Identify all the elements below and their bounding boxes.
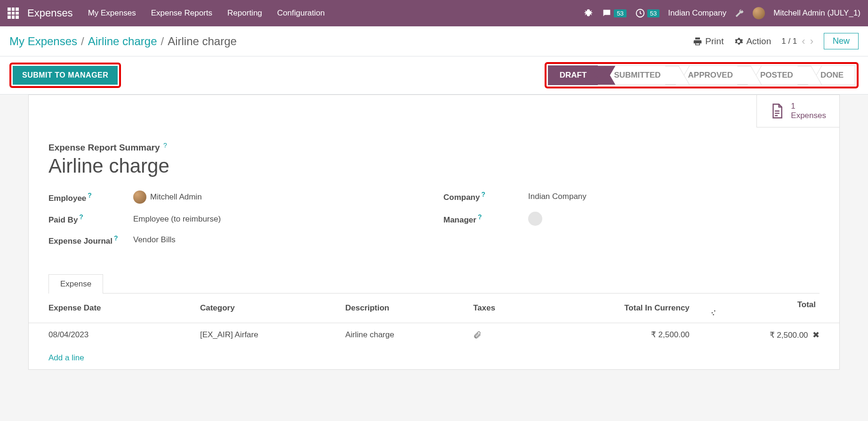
th-category[interactable]: Category — [200, 294, 346, 323]
help-icon[interactable]: ? — [163, 142, 167, 149]
pager-prev[interactable]: ‹ — [802, 35, 805, 48]
stat-text: 1 Expenses — [791, 102, 826, 120]
activities-icon[interactable]: 53 — [635, 8, 659, 18]
highlight-status: DRAFT SUBMITTED APPROVED POSTED DONE — [545, 62, 859, 88]
form-col-right: Company? Indian Company Manager? — [443, 191, 820, 255]
wrench-icon[interactable] — [735, 8, 744, 18]
pager-next[interactable]: › — [810, 35, 813, 48]
summary-label-row: Expense Report Summary ? — [48, 142, 820, 153]
submit-to-manager-button[interactable]: SUBMIT TO MANAGER — [13, 66, 118, 85]
cell-taxes[interactable] — [473, 323, 551, 347]
brand-title[interactable]: Expenses — [27, 7, 73, 19]
help-icon[interactable]: ? — [478, 213, 482, 221]
navbar: Expenses My Expenses Expense Reports Rep… — [0, 0, 868, 26]
th-total-currency[interactable]: Total In Currency — [551, 294, 709, 323]
messages-badge: 53 — [614, 9, 626, 17]
status-draft[interactable]: DRAFT — [548, 65, 598, 85]
row-manager: Manager? — [443, 212, 820, 226]
bug-icon[interactable] — [584, 8, 593, 18]
breadcrumb-mid[interactable]: Airline charge — [88, 35, 157, 48]
breadcrumb: My Expenses / Airline charge / Airline c… — [9, 35, 237, 48]
control-right: Print Action 1 / 1 ‹ › New — [693, 33, 859, 49]
label-journal: Expense Journal? — [48, 234, 133, 246]
value-manager[interactable] — [528, 212, 542, 226]
pager-text: 1 / 1 — [781, 37, 797, 46]
table-header-row: Expense Date Category Description Taxes … — [29, 294, 839, 323]
th-total[interactable]: Total — [709, 294, 839, 323]
tabs: Expense — [48, 274, 820, 294]
stat-expenses-button[interactable]: 1 Expenses — [756, 95, 839, 127]
cell-category[interactable]: [EX_AIR] Airfare — [200, 323, 346, 347]
nav-right: 53 53 Indian Company Mitchell Admin (JUL… — [584, 7, 860, 19]
print-icon — [693, 37, 702, 46]
company-selector[interactable]: Indian Company — [668, 8, 726, 18]
stat-label: Expenses — [791, 111, 826, 120]
form-grid: Employee? Mitchell Admin Paid By? Employ… — [48, 191, 820, 255]
nav-expense-reports[interactable]: Expense Reports — [151, 8, 212, 18]
svg-point-3 — [713, 314, 714, 315]
row-journal: Expense Journal? Vendor Bills — [48, 234, 425, 246]
row-paid-by: Paid By? Employee (to reimburse) — [48, 213, 425, 225]
help-icon[interactable]: ? — [114, 234, 118, 242]
label-company: Company? — [443, 191, 528, 202]
nav-menu: My Expenses Expense Reports Reporting Co… — [88, 8, 325, 18]
status-bar: DRAFT SUBMITTED APPROVED POSTED DONE — [548, 65, 855, 85]
summary-title[interactable]: Airline charge — [48, 155, 820, 177]
manager-avatar — [528, 212, 542, 226]
label-paid-by: Paid By? — [48, 213, 133, 225]
gear-icon — [734, 37, 743, 46]
activities-badge: 53 — [647, 9, 659, 17]
delete-row-icon[interactable]: ✖ — [812, 330, 820, 340]
row-employee: Employee? Mitchell Admin — [48, 191, 425, 204]
help-icon[interactable]: ? — [88, 191, 92, 199]
cell-total[interactable]: ₹ 2,500.00 ✖ — [709, 323, 839, 347]
nav-reporting[interactable]: Reporting — [227, 8, 262, 18]
stat-count: 1 — [791, 102, 826, 111]
breadcrumb-current: Airline charge — [168, 35, 237, 48]
action-button[interactable]: Action — [734, 36, 771, 47]
cell-description[interactable]: Airline charge — [345, 323, 473, 347]
employee-avatar — [133, 191, 146, 204]
value-company[interactable]: Indian Company — [528, 192, 587, 201]
messages-icon[interactable]: 53 — [602, 8, 626, 18]
apps-icon[interactable] — [8, 8, 19, 19]
row-company: Company? Indian Company — [443, 191, 820, 202]
table-row[interactable]: 08/04/2023 [EX_AIR] Airfare Airline char… — [29, 323, 839, 347]
sheet-container: 1 Expenses Expense Report Summary ? Airl… — [0, 95, 868, 389]
tab-expense[interactable]: Expense — [48, 274, 103, 294]
svg-point-2 — [711, 312, 713, 313]
form-col-left: Employee? Mitchell Admin Paid By? Employ… — [48, 191, 425, 255]
value-paid-by[interactable]: Employee (to reimburse) — [133, 214, 221, 224]
highlight-submit: SUBMIT TO MANAGER — [9, 63, 121, 88]
breadcrumb-sep: / — [81, 35, 84, 48]
value-employee[interactable]: Mitchell Admin — [133, 191, 202, 204]
pager: 1 / 1 ‹ › — [781, 35, 813, 48]
th-date[interactable]: Expense Date — [29, 294, 200, 323]
file-icon — [770, 103, 784, 119]
label-manager: Manager? — [443, 213, 528, 225]
column-settings-icon[interactable] — [709, 310, 820, 316]
value-journal[interactable]: Vendor Bills — [133, 235, 176, 245]
label-employee: Employee? — [48, 191, 133, 203]
action-label: Action — [746, 36, 771, 47]
help-icon[interactable]: ? — [79, 213, 83, 221]
summary-label: Expense Report Summary — [48, 143, 160, 152]
print-label: Print — [705, 36, 723, 47]
breadcrumb-root[interactable]: My Expenses — [9, 35, 77, 48]
nav-configuration[interactable]: Configuration — [277, 8, 325, 18]
help-icon[interactable]: ? — [481, 191, 485, 198]
user-avatar[interactable] — [753, 7, 765, 19]
th-taxes[interactable]: Taxes — [473, 294, 551, 323]
nav-my-expenses[interactable]: My Expenses — [88, 8, 136, 18]
print-button[interactable]: Print — [693, 36, 723, 47]
action-bar: SUBMIT TO MANAGER DRAFT SUBMITTED APPROV… — [0, 56, 868, 95]
attachment-icon[interactable] — [473, 331, 531, 339]
cell-date[interactable]: 08/04/2023 — [29, 323, 200, 347]
user-name[interactable]: Mitchell Admin (JULY_1) — [773, 8, 860, 18]
add-line-button[interactable]: Add a line — [29, 347, 839, 369]
form-sheet: 1 Expenses Expense Report Summary ? Airl… — [28, 95, 840, 370]
cell-total-currency[interactable]: ₹ 2,500.00 — [551, 323, 709, 347]
th-description[interactable]: Description — [345, 294, 473, 323]
breadcrumb-sep: / — [161, 35, 164, 48]
new-button[interactable]: New — [824, 33, 859, 49]
